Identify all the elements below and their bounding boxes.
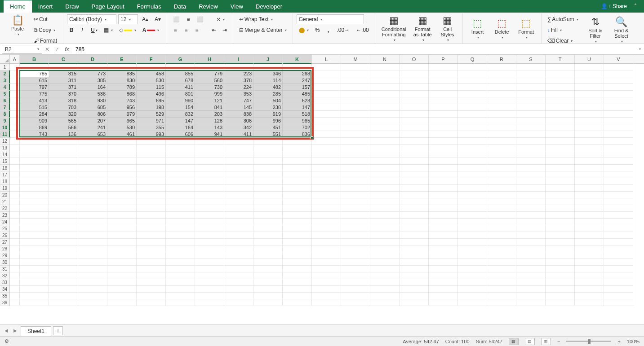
cell[interactable] <box>253 252 283 259</box>
row-header-32[interactable]: 32 <box>0 272 9 279</box>
cell[interactable] <box>253 272 283 279</box>
cell[interactable]: 370 <box>49 91 78 97</box>
cell[interactable] <box>253 225 283 232</box>
cell[interactable] <box>253 286 283 293</box>
cell[interactable] <box>429 259 458 266</box>
cell[interactable] <box>400 212 429 219</box>
cancel-formula-button[interactable]: ✕ <box>42 45 52 53</box>
cell[interactable] <box>429 118 458 124</box>
cell[interactable] <box>429 293 458 299</box>
cell[interactable] <box>604 131 633 138</box>
cell[interactable] <box>604 138 633 145</box>
cell[interactable] <box>400 70 429 77</box>
cell[interactable] <box>195 178 224 185</box>
cell[interactable] <box>604 252 633 259</box>
cell[interactable] <box>166 145 195 151</box>
cell[interactable] <box>370 64 400 70</box>
cell[interactable]: 538 <box>78 91 107 97</box>
cell[interactable] <box>107 185 137 192</box>
cell[interactable] <box>107 266 137 272</box>
cell[interactable] <box>400 111 429 118</box>
cell[interactable] <box>370 272 400 279</box>
cell[interactable] <box>516 198 546 205</box>
row-header-21[interactable]: 21 <box>0 198 9 205</box>
cell[interactable] <box>78 239 107 245</box>
cell[interactable] <box>78 232 107 239</box>
cell[interactable] <box>253 205 283 212</box>
customize-status-icon[interactable]: ⚙ <box>4 338 9 344</box>
cell[interactable] <box>195 286 224 293</box>
cell[interactable] <box>370 219 400 225</box>
cell[interactable] <box>224 212 253 219</box>
cell[interactable] <box>429 165 458 171</box>
cell[interactable] <box>10 272 20 279</box>
cell[interactable] <box>10 97 20 104</box>
cell[interactable] <box>516 279 546 286</box>
cell[interactable]: 411 <box>166 84 195 91</box>
cell[interactable] <box>166 192 195 198</box>
cell[interactable] <box>20 212 49 219</box>
cell[interactable] <box>312 111 341 118</box>
cell[interactable] <box>458 212 487 219</box>
cell[interactable] <box>283 165 312 171</box>
column-header-T[interactable]: T <box>546 55 575 63</box>
cell[interactable] <box>546 124 575 131</box>
cell[interactable] <box>78 266 107 272</box>
cell[interactable]: 702 <box>283 124 312 131</box>
cell[interactable] <box>107 272 137 279</box>
cell[interactable] <box>283 219 312 225</box>
cell[interactable] <box>487 124 516 131</box>
cell[interactable] <box>20 138 49 145</box>
row-header-29[interactable]: 29 <box>0 252 9 259</box>
cell[interactable] <box>546 192 575 198</box>
cell[interactable]: 238 <box>253 104 283 111</box>
cell[interactable] <box>49 293 78 299</box>
insert-cells-button[interactable]: ⬚Insert <box>466 18 489 40</box>
cell[interactable]: 743 <box>107 97 137 104</box>
cell[interactable] <box>604 97 633 104</box>
cell[interactable] <box>546 259 575 266</box>
cell[interactable] <box>575 77 604 84</box>
cell[interactable] <box>458 64 487 70</box>
cell[interactable] <box>458 104 487 111</box>
cell[interactable] <box>253 219 283 225</box>
cell[interactable] <box>487 198 516 205</box>
cell[interactable] <box>341 178 370 185</box>
cell[interactable] <box>458 124 487 131</box>
cell[interactable] <box>487 245 516 252</box>
cell[interactable] <box>312 171 341 178</box>
cell[interactable] <box>575 165 604 171</box>
cell[interactable] <box>78 185 107 192</box>
cell[interactable] <box>78 279 107 286</box>
cell[interactable]: 971 <box>137 118 166 124</box>
cell[interactable] <box>107 171 137 178</box>
cell[interactable]: 223 <box>224 70 253 77</box>
cell[interactable] <box>400 77 429 84</box>
cell[interactable] <box>283 252 312 259</box>
cell[interactable] <box>458 252 487 259</box>
cell[interactable] <box>341 171 370 178</box>
cell[interactable] <box>341 198 370 205</box>
cell[interactable] <box>575 171 604 178</box>
cell[interactable] <box>166 185 195 192</box>
cell[interactable] <box>107 259 137 266</box>
cell[interactable]: 504 <box>253 97 283 104</box>
cell[interactable] <box>546 225 575 232</box>
cell[interactable] <box>20 293 49 299</box>
column-header-C[interactable]: C <box>49 55 78 63</box>
cell[interactable] <box>604 232 633 239</box>
cell[interactable] <box>429 138 458 145</box>
cell[interactable] <box>429 84 458 91</box>
cell[interactable] <box>341 266 370 272</box>
cell[interactable] <box>487 77 516 84</box>
comma-button[interactable]: , <box>324 26 333 35</box>
cell[interactable] <box>400 198 429 205</box>
cell[interactable] <box>546 131 575 138</box>
cell[interactable] <box>429 286 458 293</box>
cell[interactable] <box>575 198 604 205</box>
cell[interactable] <box>312 138 341 145</box>
cell[interactable] <box>137 232 166 239</box>
align-left-button[interactable]: ≡ <box>171 26 180 35</box>
cell[interactable] <box>107 299 137 306</box>
cell[interactable] <box>195 158 224 165</box>
